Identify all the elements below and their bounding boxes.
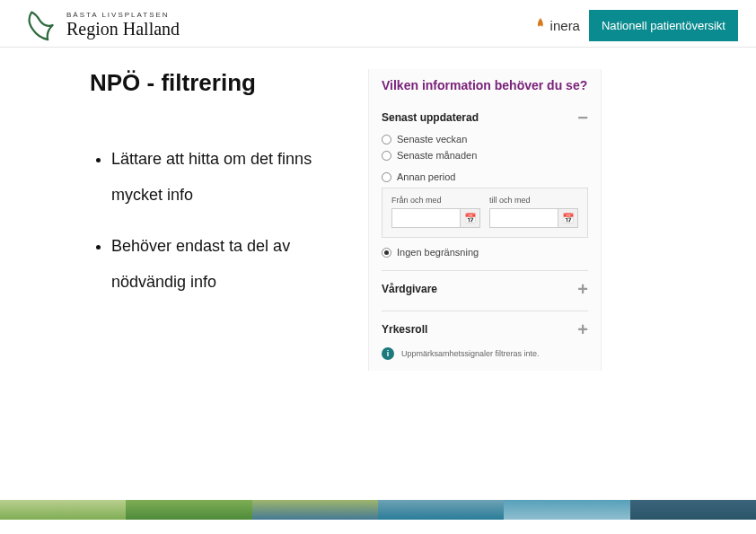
filter-panel-title: Vilken information behöver du se? xyxy=(382,78,588,92)
brand-name: Region Halland xyxy=(66,19,180,39)
radio-icon xyxy=(382,172,391,182)
footer-decorative-band xyxy=(0,500,756,520)
footer-seg xyxy=(630,500,756,520)
date-to-input[interactable]: 📅 xyxy=(489,208,578,228)
date-from-field: Från och med 📅 xyxy=(391,196,480,228)
brand-tagline: BÄSTA LIVSPLATSEN xyxy=(66,11,180,19)
left-column: NPÖ - filtrering Lättare att hitta om de… xyxy=(90,69,359,371)
inera-flame-icon xyxy=(534,17,547,33)
filter-panel: Vilken information behöver du se? Senast… xyxy=(368,69,602,371)
info-icon: i xyxy=(382,347,394,360)
radio-icon xyxy=(382,135,391,144)
section-updated-label: Senast uppdaterad xyxy=(382,111,479,124)
bullet-item: Behöver endast ta del av nödvändig info xyxy=(111,229,359,300)
region-halland-brand: BÄSTA LIVSPLATSEN Region Halland xyxy=(25,9,180,41)
region-halland-leaf-icon xyxy=(25,9,57,41)
info-note-text: Uppmärksamhetssignaler filtreras inte. xyxy=(401,349,540,358)
radio-checked-icon xyxy=(382,248,391,258)
section-provider-label: Vårdgivare xyxy=(382,283,437,295)
footer-seg xyxy=(504,500,629,520)
date-from-label: Från och med xyxy=(391,196,480,205)
radio-last-week[interactable]: Senaste veckan xyxy=(382,134,588,144)
footer-seg xyxy=(0,500,126,520)
radio-last-month[interactable]: Senaste månaden xyxy=(382,150,588,161)
footer-seg xyxy=(378,500,504,520)
section-role-header[interactable]: Yrkesroll + xyxy=(382,320,588,338)
section-role-label: Yrkesroll xyxy=(382,323,427,336)
slide-title: NPÖ - filtrering xyxy=(90,69,359,97)
footer-seg xyxy=(126,500,251,520)
right-brand-group: inera Nationell patientöversikt xyxy=(534,10,738,41)
radio-no-limit[interactable]: Ingen begränsning xyxy=(382,247,588,258)
section-provider-header[interactable]: Vårdgivare + xyxy=(382,280,588,298)
radio-label: Senaste veckan xyxy=(397,134,467,144)
radio-other-period[interactable]: Annan period xyxy=(382,171,588,182)
radio-label: Ingen begränsning xyxy=(397,247,479,258)
date-from-input[interactable]: 📅 xyxy=(391,208,480,228)
slide-header: BÄSTA LIVSPLATSEN Region Halland inera N… xyxy=(0,0,756,48)
section-updated-header[interactable]: Senast uppdaterad − xyxy=(382,109,588,127)
calendar-icon[interactable]: 📅 xyxy=(558,209,577,227)
expand-plus-icon[interactable]: + xyxy=(577,320,588,338)
collapse-minus-icon[interactable]: − xyxy=(577,109,588,127)
date-to-label: till och med xyxy=(489,196,578,205)
calendar-icon[interactable]: 📅 xyxy=(460,209,479,227)
date-range-box: Från och med 📅 till och med 📅 xyxy=(382,188,588,238)
npo-badge: Nationell patientöversikt xyxy=(589,10,738,41)
radio-icon xyxy=(382,151,391,161)
slide-body: NPÖ - filtrering Lättare att hitta om de… xyxy=(0,48,756,371)
date-to-field: till och med 📅 xyxy=(489,196,578,228)
inera-label: inera xyxy=(550,18,580,33)
info-note-row: i Uppmärksamhetssignaler filtreras inte. xyxy=(382,347,588,360)
divider xyxy=(382,311,588,311)
bullet-list: Lättare att hitta om det finns mycket in… xyxy=(90,142,359,300)
expand-plus-icon[interactable]: + xyxy=(577,280,588,298)
radio-label: Annan period xyxy=(397,171,455,182)
footer-seg xyxy=(252,500,378,520)
radio-label: Senaste månaden xyxy=(397,150,477,161)
inera-logo: inera xyxy=(534,17,580,33)
brand-text: BÄSTA LIVSPLATSEN Region Halland xyxy=(66,11,180,39)
bullet-item: Lättare att hitta om det finns mycket in… xyxy=(111,142,359,213)
divider xyxy=(382,270,588,271)
